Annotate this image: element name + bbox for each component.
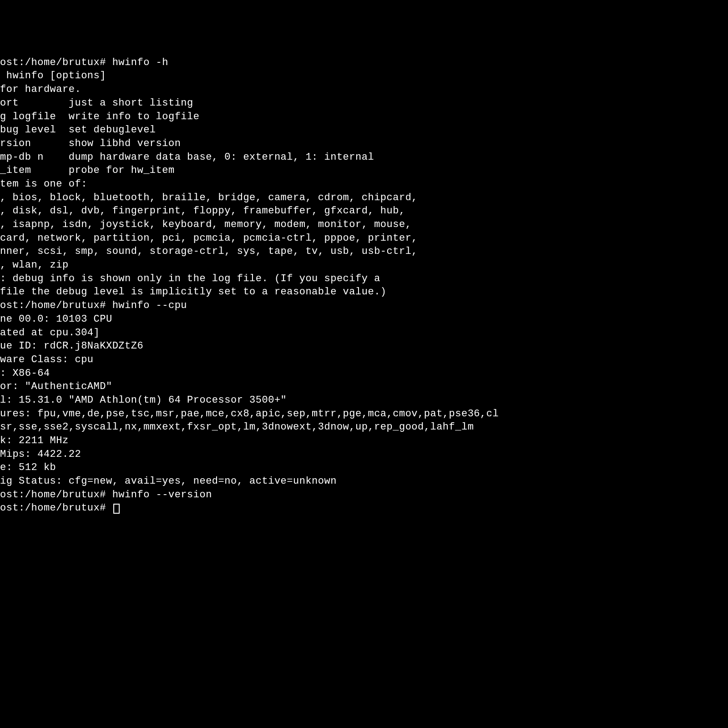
terminal-line: ost:/home/brutux# hwinfo --version: [0, 488, 728, 502]
terminal-line: ort just a short listing: [0, 96, 728, 110]
terminal-line: ures: fpu,vme,de,pse,tsc,msr,pae,mce,cx8…: [0, 407, 728, 421]
terminal-output[interactable]: ost:/home/brutux# hwinfo -h hwinfo [opti…: [0, 56, 728, 515]
terminal-line: bug level set debuglevel: [0, 123, 728, 137]
terminal-line: rsion show libhd version: [0, 137, 728, 151]
terminal-line: : debug info is shown only in the log fi…: [0, 272, 728, 286]
terminal-line: for hardware.: [0, 83, 728, 96]
terminal-line: _item probe for hw_item: [0, 164, 728, 177]
terminal-line: tem is one of:: [0, 177, 728, 191]
terminal-line: Mips: 4422.22: [0, 448, 728, 461]
terminal-line: or: "AuthenticAMD": [0, 380, 728, 394]
terminal-line: ost:/home/brutux# hwinfo --cpu: [0, 299, 728, 313]
terminal-line: ware Class: cpu: [0, 353, 728, 367]
terminal-line: g logfile write info to logfile: [0, 110, 728, 124]
terminal-line: hwinfo [options]: [0, 69, 728, 83]
terminal-line: e: 512 kb: [0, 461, 728, 475]
terminal-line: mp-db n dump hardware data base, 0: exte…: [0, 151, 728, 164]
terminal-line: ig Status: cfg=new, avail=yes, need=no, …: [0, 475, 728, 488]
terminal-line: ost:/home/brutux# hwinfo -h: [0, 56, 728, 70]
terminal-line: , isapnp, isdn, joystick, keyboard, memo…: [0, 218, 728, 232]
cursor-icon: [113, 504, 120, 514]
terminal-line: l: 15.31.0 "AMD Athlon(tm) 64 Processor …: [0, 394, 728, 407]
terminal-line: : X86-64: [0, 367, 728, 380]
terminal-line: ated at cpu.304]: [0, 326, 728, 340]
terminal-line: nner, scsi, smp, sound, storage-ctrl, sy…: [0, 245, 728, 258]
terminal-line: ne 00.0: 10103 CPU: [0, 313, 728, 326]
terminal-line: , disk, dsl, dvb, fingerprint, floppy, f…: [0, 204, 728, 218]
terminal-line: card, network, partition, pci, pcmcia, p…: [0, 232, 728, 245]
terminal-line: ost:/home/brutux#: [0, 501, 728, 515]
terminal-line: , wlan, zip: [0, 258, 728, 272]
terminal-line: file the debug level is implicitly set t…: [0, 285, 728, 299]
terminal-line: , bios, block, bluetooth, braille, bridg…: [0, 191, 728, 205]
terminal-line: ue ID: rdCR.j8NaKXDZtZ6: [0, 339, 728, 353]
terminal-line: sr,sse,sse2,syscall,nx,mmxext,fxsr_opt,l…: [0, 420, 728, 434]
terminal-line: k: 2211 MHz: [0, 434, 728, 448]
